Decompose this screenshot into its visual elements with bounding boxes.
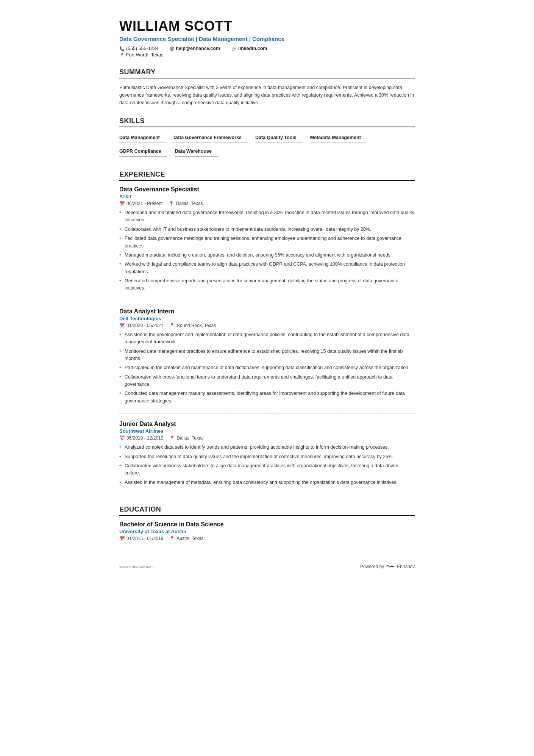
powered-by: Powered by Enhancv (360, 564, 415, 569)
location-info: Fort Worth, Texas (119, 52, 415, 58)
bullet-item: Conducted data management maturity asses… (119, 390, 415, 405)
bullet-item: Analyzed complex data sets to identify t… (119, 444, 415, 451)
brand-name: Enhancv (397, 564, 415, 569)
job-location: 📍Dallas, Texas (169, 201, 203, 206)
powered-by-label: Powered by (360, 564, 384, 569)
skill-item: Metadata Management (310, 133, 367, 143)
job-bullets: Developed and maintained data governance… (119, 209, 415, 292)
edu-degree: Bachelor of Science in Data Science (119, 521, 415, 528)
job-meta: 📅06/2021 - Present 📍Dallas, Texas (119, 201, 415, 206)
edu-location: 📍Austin, Texas (169, 536, 203, 541)
job-dates: 📅06/2021 - Present (119, 201, 162, 206)
job-location: 📍Dallas, Texas (169, 435, 203, 441)
job-location: 📍Round Rock, Texas (169, 323, 216, 328)
job-company: Southwest Airlines (119, 428, 415, 434)
job-title: Data Governance Specialist (119, 186, 415, 193)
bullet-item: Generated comprehensive reports and pres… (119, 277, 415, 292)
location-icon (119, 52, 125, 58)
bullet-item: Collaborated with business stakeholders … (119, 462, 415, 477)
candidate-title: Data Governance Specialist | Data Manage… (119, 36, 415, 42)
email-contact: help@enhancv.com (170, 46, 220, 51)
page-footer: www.enhancv.com Powered by Enhancv (119, 564, 415, 569)
summary-text: Enthusiastic Data Governance Specialist … (119, 84, 415, 106)
education-entry: Bachelor of Science in Data Science Univ… (119, 521, 415, 541)
bullet-item: Participated in the creation and mainten… (119, 364, 415, 371)
footer-website: www.enhancv.com (119, 564, 154, 569)
bullet-item: Assisted in the development and implemen… (119, 331, 415, 346)
edu-meta: 📅01/2015 - 01/2019 📍Austin, Texas (119, 536, 415, 541)
job-entry: Junior Data AnalystSouthwest Airlines 📅0… (119, 421, 415, 495)
link-icon (231, 46, 237, 51)
edu-school: University of Texas at Austin (119, 529, 415, 534)
education-list: Bachelor of Science in Data Science Univ… (119, 521, 415, 541)
calendar-icon: 📅 (119, 536, 125, 541)
skill-item: GDPR Compliance (119, 146, 167, 157)
job-title: Data Analyst Intern (119, 308, 415, 315)
phone-icon (119, 46, 125, 51)
summary-title: SUMMARY (119, 68, 415, 78)
pin-icon: 📍 (169, 201, 174, 206)
bullet-item: Managed metadata, including creation, up… (119, 252, 415, 259)
location-text: Fort Worth, Texas (126, 52, 163, 58)
pin-icon: 📍 (169, 435, 175, 441)
job-title: Junior Data Analyst (119, 421, 415, 427)
edu-dates: 📅01/2015 - 01/2019 (119, 536, 163, 541)
skills-section: SKILLS Data ManagementData Governance Fr… (119, 117, 415, 160)
resume-header: WILLIAM SCOTT Data Governance Specialist… (119, 18, 415, 58)
skill-item: Data Management (119, 133, 166, 143)
skills-title: SKILLS (119, 117, 415, 127)
job-entry: Data Governance SpecialistAT&T 📅06/2021 … (119, 186, 415, 301)
email-link[interactable]: help@enhancv.com (176, 46, 220, 51)
experience-title: EXPERIENCE (119, 171, 415, 181)
bullet-item: Worked with legal and compliance teams t… (119, 261, 415, 275)
skill-item: Data Warehouse (175, 146, 217, 157)
job-company: Dell Technologies (119, 316, 415, 321)
candidate-name: WILLIAM SCOTT (119, 18, 415, 34)
job-bullets: Assisted in the development and implemen… (119, 331, 415, 405)
pin-icon: 📍 (169, 536, 175, 541)
linkedin-link[interactable]: linkedin.com (238, 46, 267, 51)
bullet-item: Developed and maintained data governance… (119, 209, 415, 224)
bullet-item: Monitored data management practices to e… (119, 348, 415, 363)
skill-item: Data Governance Frameworks (173, 133, 248, 143)
contact-info: (555) 555-1234 help@enhancv.com linkedin… (119, 46, 415, 51)
phone-contact: (555) 555-1234 (119, 46, 158, 51)
bullet-item: Supported the resolution of data quality… (119, 453, 415, 460)
bullet-item: Collaborated with cross-functional teams… (119, 374, 415, 388)
phone-number: (555) 555-1234 (126, 46, 158, 51)
job-meta: 📅05/2019 - 12/2019 📍Dallas, Texas (119, 435, 415, 441)
calendar-icon: 📅 (119, 435, 125, 441)
calendar-icon: 📅 (119, 323, 125, 328)
summary-section: SUMMARY Enthusiastic Data Governance Spe… (119, 68, 415, 106)
job-bullets: Analyzed complex data sets to identify t… (119, 444, 415, 486)
skill-item: Data Quality Tools (255, 133, 303, 143)
job-company: AT&T (119, 194, 415, 199)
bullet-item: Assisted in the management of metadata, … (119, 479, 415, 486)
experience-section: EXPERIENCE Data Governance SpecialistAT&… (119, 171, 415, 495)
job-entry: Data Analyst InternDell Technologies 📅01… (119, 308, 415, 414)
job-meta: 📅01/2020 - 05/2021 📍Round Rock, Texas (119, 323, 415, 328)
email-icon (170, 46, 174, 51)
jobs-list: Data Governance SpecialistAT&T 📅06/2021 … (119, 186, 415, 495)
job-dates: 📅01/2020 - 05/2021 (119, 323, 163, 328)
bullet-item: Facilitated data governance meetings and… (119, 235, 415, 250)
education-section: EDUCATION Bachelor of Science in Data Sc… (119, 506, 415, 541)
enhancv-logo (386, 564, 395, 569)
job-dates: 📅05/2019 - 12/2019 (119, 435, 163, 441)
linkedin-contact: linkedin.com (231, 46, 267, 51)
calendar-icon: 📅 (119, 201, 125, 206)
pin-icon: 📍 (169, 323, 175, 328)
education-title: EDUCATION (119, 506, 415, 516)
skills-grid: Data ManagementData Governance Framework… (119, 133, 415, 160)
bullet-item: Collaborated with IT and business stakeh… (119, 226, 415, 233)
